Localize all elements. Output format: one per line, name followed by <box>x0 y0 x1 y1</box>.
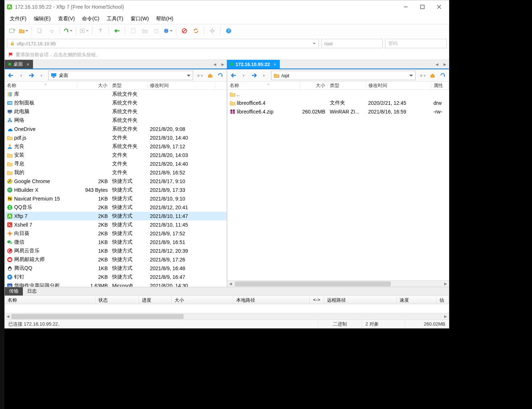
password-field[interactable]: 密码 <box>385 39 447 48</box>
col-mtime[interactable]: 修改时间 <box>366 82 431 90</box>
tcol-arrow[interactable]: <-> <box>310 296 324 304</box>
close-icon[interactable]: × <box>274 62 277 67</box>
local-path-combo[interactable]: 桌面 <box>48 71 193 80</box>
file-row[interactable]: 网易邮箱大师2KB快捷方式2021/8/9, 17:26 <box>5 255 226 264</box>
file-row[interactable]: 微信1KB快捷方式2021/8/9, 16:51 <box>5 238 226 247</box>
tab-next-button[interactable]: ► <box>441 60 449 69</box>
bookmark-button[interactable]: ★▾ <box>195 71 205 80</box>
globe-button[interactable] <box>163 26 173 36</box>
link-button[interactable] <box>46 26 57 36</box>
back-history-button[interactable]: ▾ <box>16 71 26 80</box>
col-name[interactable]: 名称˄ <box>5 82 77 90</box>
remote-session-tab[interactable]: 172.16.10.95:22 × <box>227 60 280 69</box>
forward-history-button[interactable]: ▾ <box>259 71 269 80</box>
settings-button[interactable] <box>207 26 217 36</box>
refresh-button[interactable] <box>216 71 225 80</box>
col-type[interactable]: 类型 <box>328 82 366 90</box>
tcol-speed[interactable]: 速度 <box>397 296 437 304</box>
tab-prev-button[interactable]: ◄ <box>211 60 219 69</box>
home-button[interactable] <box>205 71 215 80</box>
transfer-list[interactable] <box>5 304 449 313</box>
menu-tools[interactable]: 工具(T) <box>103 14 127 24</box>
user-field[interactable]: root <box>321 39 383 48</box>
file-row[interactable]: 腾讯QQ1KB快捷方式2021/8/9, 16:48 <box>5 264 226 273</box>
forward-history-button[interactable]: ▾ <box>37 71 46 80</box>
local-file-list[interactable]: 库系统文件夹控制面板系统文件夹此电脑系统文件夹网络系统文件夹OneDrive系统… <box>5 90 226 287</box>
new-file-button[interactable] <box>128 26 138 36</box>
file-row[interactable]: 我的文件夹2021/8/9, 16:52 <box>5 168 226 177</box>
file-row[interactable]: Google Chrome2KB快捷方式2021/8/17, 9:10 <box>5 177 226 186</box>
col-name[interactable]: 名称˄ <box>228 82 300 90</box>
refresh-button[interactable] <box>438 71 447 80</box>
local-session-tab[interactable]: 桌面 × <box>5 60 33 69</box>
new-folder-button[interactable] <box>140 26 150 36</box>
file-row[interactable]: 此电脑系统文件夹 <box>5 107 226 116</box>
file-row[interactable]: 网络系统文件夹 <box>5 116 226 125</box>
tab-next-button[interactable]: ► <box>219 60 227 69</box>
tcol-remote[interactable]: 远程路径 <box>324 296 397 304</box>
file-row[interactable]: 安装文件夹2021/8/20, 14:03 <box>5 151 226 160</box>
tcol-local[interactable]: 本地路径 <box>233 296 310 304</box>
file-row[interactable]: 寻息文件夹2021/8/20, 14:40 <box>5 160 226 168</box>
home-button[interactable] <box>428 71 437 80</box>
sync-button[interactable] <box>191 26 201 36</box>
file-row[interactable]: Xftp 72KB快捷方式2021/8/10, 11:47 <box>5 212 226 220</box>
bottom-scrollbar[interactable]: ◄ ► <box>5 313 449 319</box>
back-button[interactable] <box>6 71 16 80</box>
menu-window[interactable]: 窗口(W) <box>127 14 153 24</box>
file-row[interactable]: 向日葵2KB快捷方式2021/8/9, 17:52 <box>5 229 226 238</box>
transfer-tab[interactable]: 传输 <box>5 287 23 296</box>
copy-button[interactable] <box>35 26 45 36</box>
log-tab[interactable]: 日志 <box>23 287 41 296</box>
col-mtime[interactable]: 修改时间 <box>148 82 215 90</box>
bookmark-button[interactable]: ★▾ <box>418 71 427 80</box>
menu-commands[interactable]: 命令(C) <box>78 14 103 24</box>
forward-button[interactable] <box>249 71 259 80</box>
file-row[interactable]: HHBuilder X943 Bytes快捷方式2021/8/9, 17:33 <box>5 186 226 194</box>
tcol-status[interactable]: 状态 <box>95 296 139 304</box>
new-session-button[interactable]: ＋ <box>7 26 17 36</box>
col-type[interactable]: 类型 <box>110 82 148 90</box>
file-row[interactable]: libreoffice6.4.zip260.02MBWinRAR ZI...20… <box>228 107 449 116</box>
col-attr[interactable]: 属性 <box>431 82 449 90</box>
close-icon[interactable]: × <box>26 62 29 67</box>
remote-scrollbar[interactable]: ◄ ► <box>228 280 449 287</box>
window-minimize-button[interactable] <box>397 1 414 12</box>
menu-edit[interactable]: 编辑(E) <box>30 14 54 24</box>
tcol-name[interactable]: 名称 <box>5 296 95 304</box>
menu-help[interactable]: 帮助(H) <box>152 14 177 24</box>
file-row[interactable]: 控制面板系统文件夹 <box>5 99 226 107</box>
col-size[interactable]: 大小 <box>77 82 110 90</box>
tcol-progress[interactable]: 进度 <box>139 296 172 304</box>
open-session-button[interactable] <box>19 26 29 36</box>
file-row[interactable]: QQ音乐2KB快捷方式2021/8/12, 20:41 <box>5 203 226 212</box>
tcol-size[interactable]: 大小 <box>172 296 233 304</box>
window-maximize-button[interactable] <box>414 1 431 12</box>
tcol-estimate[interactable]: 估 <box>437 296 449 304</box>
view-mode-button[interactable] <box>79 26 89 36</box>
tab-prev-button[interactable]: ◄ <box>433 60 441 69</box>
stop-button[interactable] <box>179 26 189 36</box>
file-row[interactable]: libreoffice6.4文件夹2020/2/21, 12:45drw <box>228 99 449 107</box>
file-row[interactable]: 库系统文件夹 <box>5 90 226 99</box>
remote-path-combo[interactable]: /opt <box>271 71 416 80</box>
transfer-left-button[interactable] <box>112 26 122 36</box>
delete-button[interactable] <box>151 26 161 36</box>
remote-file-list[interactable]: ..libreoffice6.4文件夹2020/2/21, 12:45drwli… <box>228 90 449 280</box>
window-close-button[interactable] <box>431 1 447 12</box>
back-button[interactable] <box>229 71 238 80</box>
file-row[interactable]: 钉钉2KB快捷方式2021/8/9, 16:47 <box>5 273 226 281</box>
menu-view[interactable]: 查看(V) <box>54 14 79 24</box>
file-row[interactable]: 光良系统文件夹2021/8/9, 17:12 <box>5 142 226 151</box>
forward-button[interactable] <box>26 71 36 80</box>
help-button[interactable]: ? <box>224 26 234 36</box>
file-row[interactable]: 网易云音乐1KB快捷方式2021/8/12, 20:39 <box>5 247 226 255</box>
upload-button[interactable] <box>95 26 106 36</box>
back-history-button[interactable]: ▾ <box>239 71 249 80</box>
url-combo[interactable]: sftp://172.16.10.95 <box>7 39 319 48</box>
file-row[interactable]: OneDrive系统文件夹2021/8/20, 9:08 <box>5 125 226 133</box>
menu-file[interactable]: 文件(F) <box>6 14 30 24</box>
file-row[interactable]: Xshell 72KB快捷方式2021/8/10, 11:45 <box>5 220 226 229</box>
reconnect-button[interactable] <box>63 26 73 36</box>
file-row[interactable]: pdf.js文件夹2021/8/10, 14:40 <box>5 133 226 142</box>
